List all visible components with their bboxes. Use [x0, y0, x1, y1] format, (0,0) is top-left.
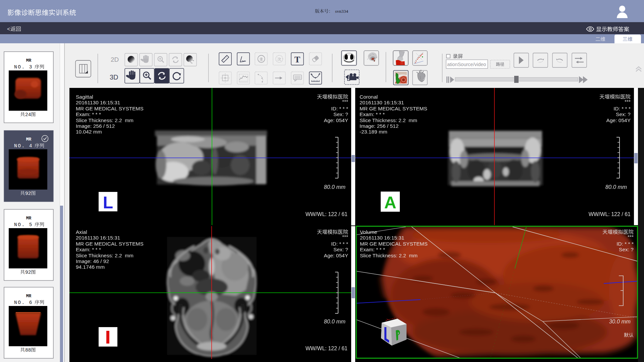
svg-text:-23.189 mm: -23.189 mm [360, 129, 387, 135]
svg-text:Slice Thickness: 2.2 mm: Slice Thickness: 2.2 mm [76, 117, 133, 123]
svg-text:80.0 mm: 80.0 mm [605, 184, 627, 190]
svg-text:Volume: Volume [360, 229, 377, 235]
svg-text:Sex: ?: Sex: ? [616, 111, 631, 117]
svg-text:T: T [294, 55, 300, 64]
svg-text:WW/WL: 122 / 61: WW/WL: 122 / 61 [306, 211, 347, 217]
svg-text:ID: * * *: ID: * * * [616, 241, 634, 247]
svg-text:ID: * * *: ID: * * * [331, 106, 348, 111]
svg-text:Slice Thickness: 2.2 mm: Slice Thickness: 2.2 mm [360, 117, 417, 123]
svg-text:MR GE MEDICAL SYSTEMS: MR GE MEDICAL SYSTEMS [360, 241, 428, 247]
svg-text:***: *** [625, 99, 631, 104]
svg-text:***: *** [342, 99, 348, 104]
svg-text:Age: 054Y: Age: 054Y [324, 253, 348, 258]
svg-text:20161130 16:15:31: 20161130 16:15:31 [360, 100, 404, 105]
svg-text:88: 88 [25, 348, 31, 353]
svg-text:***: *** [342, 234, 348, 240]
svg-text:80.0 mm: 80.0 mm [324, 184, 345, 190]
svg-text:Sex: ?: Sex: ? [333, 111, 348, 117]
svg-text:MR GE MEDICAL SYSTEMS: MR GE MEDICAL SYSTEMS [360, 106, 427, 111]
svg-text:NO. 4: NO. 4 [14, 143, 33, 149]
svg-text:92: 92 [25, 270, 31, 275]
svg-text:20161130 16:15:31: 20161130 16:15:31 [76, 235, 120, 241]
svg-text:ationSource/video: ationSource/video [447, 62, 486, 67]
svg-text:NO. 6: NO. 6 [14, 300, 33, 305]
svg-text:Slice Thickness: 2.2 mm: Slice Thickness: 2.2 mm [360, 253, 418, 258]
svg-text:Exam: * * *: Exam: * * * [76, 247, 101, 252]
svg-text:ID: * * *: ID: * * * [613, 106, 631, 111]
svg-text:3D: 3D [110, 73, 118, 81]
svg-text:94.1746 mm: 94.1746 mm [76, 264, 105, 270]
svg-text:NO. 3: NO. 3 [14, 64, 33, 70]
svg-text:MR: MR [26, 137, 32, 142]
svg-text:Sagittal: Sagittal [76, 94, 93, 100]
svg-text:MR GE MEDICAL SYSTEMS: MR GE MEDICAL SYSTEMS [76, 106, 144, 111]
svg-text:Image: 46 / 92: Image: 46 / 92 [76, 258, 109, 264]
svg-text:MR: MR [26, 58, 32, 63]
svg-text:Coronal: Coronal [360, 94, 378, 100]
svg-text:92: 92 [25, 191, 31, 196]
svg-text:80.0 mm: 80.0 mm [324, 318, 345, 324]
svg-text:MR: MR [26, 294, 32, 299]
svg-text:Axial: Axial [76, 229, 87, 235]
svg-text:24: 24 [25, 112, 31, 117]
svg-text:Age: 054Y: Age: 054Y [606, 117, 631, 123]
svg-text:ID: * * *: ID: * * * [331, 241, 348, 247]
svg-text:***: *** [628, 234, 634, 240]
svg-text:20161130 16:15:31: 20161130 16:15:31 [360, 235, 404, 241]
svg-text:WW/WL: 122 / 61: WW/WL: 122 / 61 [306, 346, 347, 351]
svg-text:20161130 16:15:31: 20161130 16:15:31 [76, 100, 120, 105]
svg-text:Sex: ?: Sex: ? [619, 247, 634, 252]
svg-text:Image: 256 / 512: Image: 256 / 512 [76, 123, 115, 129]
svg-text:Image: 256 / 512: Image: 256 / 512 [360, 123, 398, 129]
svg-text:2D: 2D [111, 56, 119, 63]
svg-text:Exam: * * *: Exam: * * * [360, 111, 385, 117]
svg-text:svn334: svn334 [335, 9, 348, 14]
svg-text:Age: 054Y: Age: 054Y [324, 117, 348, 123]
svg-text:Exam: * * *: Exam: * * * [360, 247, 385, 252]
svg-text:30.0 mm: 30.0 mm [609, 318, 631, 324]
svg-text:MR: MR [26, 216, 32, 221]
svg-text:Slice Thickness: 2.2 mm: Slice Thickness: 2.2 mm [76, 253, 133, 258]
svg-text:L: L [103, 193, 113, 212]
svg-text:Exam: * * *: Exam: * * * [76, 111, 101, 117]
svg-text:10.042 mm: 10.042 mm [76, 129, 102, 135]
svg-text:WW/WL: 122 / 61: WW/WL: 122 / 61 [589, 211, 631, 217]
svg-text:MR GE MEDICAL SYSTEMS: MR GE MEDICAL SYSTEMS [76, 241, 144, 247]
svg-text:NO. 5: NO. 5 [14, 222, 33, 227]
svg-text:<: < [7, 26, 10, 32]
svg-text:Sex: ?: Sex: ? [333, 247, 348, 252]
svg-text:A: A [384, 193, 396, 212]
